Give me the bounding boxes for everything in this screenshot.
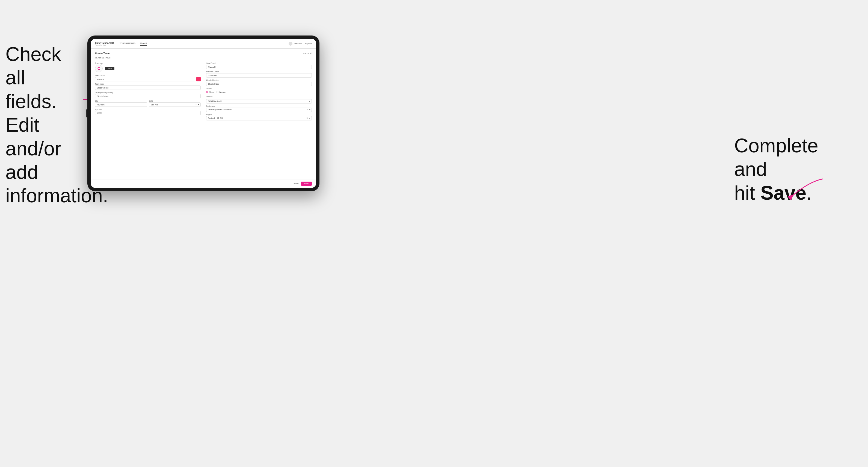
gender-group: Gender Mens Womens — [206, 88, 312, 94]
athletic-director-label: Athletic Director — [206, 79, 312, 81]
logo-subtitle: Powered by clippd — [95, 44, 114, 46]
team-colour-label: Team colour — [95, 74, 201, 76]
radio-womens-dot — [216, 91, 218, 93]
upload-button[interactable]: Upload — [105, 67, 115, 70]
region-group: Region Region II - (M) DIII ✕ — [206, 114, 312, 120]
radio-womens[interactable]: Womens — [216, 91, 226, 93]
display-name-label: Display name (unique) — [95, 92, 201, 93]
city-state-row: City State New York ✕ — [95, 100, 201, 107]
conference-select[interactable]: University Athletic Association — [206, 107, 312, 112]
tablet-device: SCOREBOARD Powered by clippd TOURNAMENTS… — [87, 35, 319, 191]
division-select[interactable]: NCAA Division III — [206, 99, 312, 103]
radio-group: Mens Womens — [206, 90, 312, 94]
head-coach-group: Head Coach — [206, 62, 312, 69]
nav-items: TOURNAMENTS TEAMS — [120, 41, 289, 45]
state-select[interactable]: New York — [149, 102, 201, 107]
city-input[interactable] — [95, 102, 147, 107]
athletic-director-group: Athletic Director — [206, 79, 312, 86]
state-group: State New York ✕ — [149, 100, 201, 107]
gender-label: Gender — [206, 88, 312, 90]
assistant-coach-label: Assistant Coach — [206, 71, 312, 73]
team-colour-input[interactable] — [95, 77, 195, 82]
zip-code-group: Zip code — [95, 108, 201, 115]
logo-upload-area: C Upload — [95, 65, 201, 72]
cancel-button[interactable]: Cancel — [293, 183, 299, 185]
zip-input[interactable] — [95, 111, 201, 115]
team-logo-group: Team logo C Upload — [95, 62, 201, 73]
zip-label: Zip code — [95, 108, 201, 110]
main-content: Create Team Cancel ✕ TEAM DETAILS Team l… — [91, 49, 316, 179]
user-avatar — [289, 42, 292, 45]
division-group: Division NCAA Division III — [206, 96, 312, 103]
team-name-input[interactable] — [95, 86, 201, 90]
display-name-group: Display name (unique) — [95, 92, 201, 98]
team-colour-group: Team colour — [95, 74, 201, 82]
navbar: SCOREBOARD Powered by clippd TOURNAMENTS… — [91, 39, 316, 49]
team-name-group: Team name — [95, 83, 201, 90]
conference-group: Conference University Athletic Associati… — [206, 105, 312, 112]
color-swatch[interactable] — [196, 77, 201, 82]
logo-area: SCOREBOARD Powered by clippd — [95, 41, 114, 46]
sign-out-link[interactable]: Sign out — [305, 42, 312, 44]
user-name: Test User | — [294, 42, 303, 44]
region-select-wrapper: Region II - (M) DIII ✕ — [206, 116, 312, 120]
instruction-left: Check all fields. Edit and/or add inform… — [5, 42, 82, 208]
form-footer: Cancel Save — [91, 179, 316, 188]
nav-tournaments[interactable]: TOURNAMENTS — [120, 41, 135, 45]
state-select-wrapper: New York ✕ — [149, 102, 201, 107]
athletic-director-input[interactable] — [206, 82, 312, 86]
nav-right: Test User | Sign out — [289, 42, 312, 45]
page-title: Create Team — [95, 52, 110, 55]
state-label: State — [149, 100, 201, 102]
team-logo-circle: C — [95, 65, 103, 72]
assistant-coach-input[interactable] — [206, 73, 312, 77]
conference-clear-button[interactable]: ✕ — [306, 109, 308, 111]
division-label: Division — [206, 96, 312, 97]
region-label: Region — [206, 114, 312, 116]
team-name-label: Team name — [95, 83, 201, 85]
conference-label: Conference — [206, 105, 312, 107]
cancel-x-button[interactable]: Cancel ✕ — [303, 52, 312, 55]
form-grid: Team logo C Upload Team colour — [95, 62, 312, 120]
save-button[interactable]: Save — [301, 182, 312, 186]
head-coach-label: Head Coach — [206, 62, 312, 64]
form-right: Head Coach Assistant Coach Athletic Dire… — [206, 62, 312, 120]
city-label: City — [95, 100, 147, 102]
city-state-group: City State New York ✕ — [95, 100, 201, 107]
form-left: Team logo C Upload Team colour — [95, 62, 201, 120]
state-clear-button[interactable]: ✕ — [195, 103, 197, 106]
region-clear-button[interactable]: ✕ — [306, 117, 308, 119]
section-header: TEAM DETAILS — [95, 57, 312, 60]
nav-teams[interactable]: TEAMS — [140, 41, 147, 45]
region-select[interactable]: Region II - (M) DIII — [206, 116, 312, 120]
radio-mens-dot — [206, 91, 208, 93]
page-header: Create Team Cancel ✕ — [95, 52, 312, 55]
division-select-wrapper: NCAA Division III — [206, 98, 312, 103]
tablet-screen: SCOREBOARD Powered by clippd TOURNAMENTS… — [91, 39, 316, 188]
display-name-input[interactable] — [95, 94, 201, 98]
team-logo-label: Team logo — [95, 62, 201, 64]
city-group: City — [95, 100, 147, 107]
color-input-wrapper — [95, 77, 201, 82]
radio-mens[interactable]: Mens — [206, 91, 214, 93]
head-coach-input[interactable] — [206, 65, 312, 69]
arrow-right-pointer — [785, 176, 826, 204]
assistant-coach-group: Assistant Coach — [206, 71, 312, 77]
app-logo: SCOREBOARD — [95, 41, 114, 44]
tablet-side-button — [86, 109, 87, 118]
conference-select-wrapper: University Athletic Association ✕ — [206, 107, 312, 112]
